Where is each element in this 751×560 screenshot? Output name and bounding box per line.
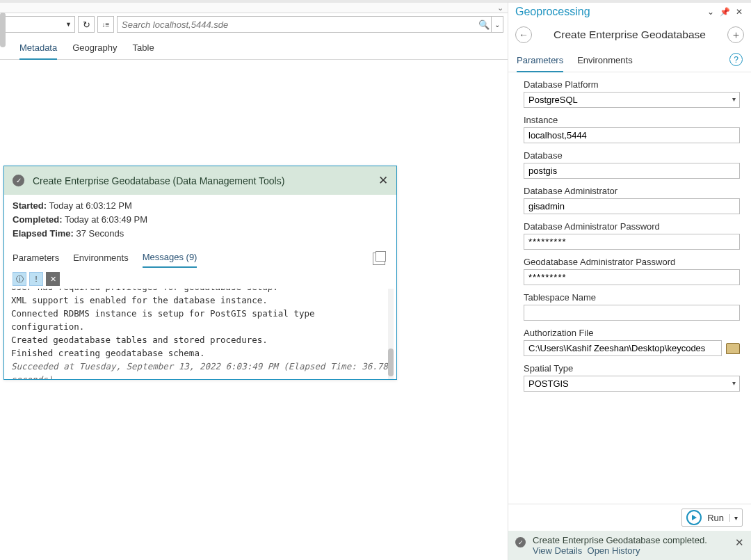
db-admin-pw-label: Database Administrator Password (524, 221, 740, 232)
log-scrollbar-thumb[interactable] (388, 349, 394, 376)
tablespace-input[interactable] (524, 305, 740, 321)
db-admin-pw-input[interactable] (524, 234, 740, 250)
add-favorite-button[interactable]: ＋ (727, 26, 744, 43)
run-bar: Run ▾ (508, 504, 751, 531)
left-gutter-scrollbar[interactable] (0, 13, 6, 47)
back-button[interactable]: ← (515, 26, 532, 43)
run-button[interactable]: Run ▾ (681, 509, 743, 527)
filter-error-icon[interactable]: ✕ (46, 272, 60, 286)
instance-label: Instance (524, 115, 740, 125)
tablespace-label: Tablespace Name (524, 292, 740, 303)
db-admin-input[interactable] (524, 198, 740, 214)
pane-menu-chevron-icon[interactable]: ⌄ (704, 7, 717, 17)
play-icon (686, 510, 702, 525)
gp-status-bar: ✓ Create Enterprise Geodatabase complete… (508, 531, 751, 560)
status-success-icon: ✓ (515, 537, 526, 547)
search-options-chevron[interactable]: ⌄ (491, 17, 503, 32)
success-check-icon: ✓ (13, 175, 24, 186)
search-toolbar: ▼ ↻ ↓≡ 🔍 ⌄ (0, 13, 508, 35)
gdb-pw-label: Geodatabase Administrator Password (524, 257, 740, 267)
completed-value: Today at 6:03:49 PM (63, 214, 148, 225)
started-value: Today at 6:03:12 PM (47, 200, 132, 211)
gp-message-log[interactable]: User has required privileges for geodata… (4, 289, 396, 379)
pane-title: Geoprocessing (515, 6, 704, 18)
log-line: User has required privileges for geodata… (11, 289, 389, 294)
gp-tab-environments[interactable]: Environments (73, 250, 128, 267)
gp-popup-title: Create Enterprise Geodatabase (Data Mana… (33, 175, 378, 186)
run-label: Run (706, 513, 729, 523)
status-close-button[interactable]: ✕ (735, 536, 744, 549)
gdb-pw-input[interactable] (524, 269, 740, 285)
search-input[interactable] (118, 17, 477, 32)
refresh-button[interactable]: ↻ (78, 16, 95, 33)
filter-warning-icon[interactable]: ! (29, 272, 43, 286)
elapsed-value: 37 Seconds (74, 228, 124, 239)
run-dropdown-chevron[interactable]: ▾ (729, 514, 742, 522)
gp-result-popup: ✓ Create Enterprise Geodatabase (Data Ma… (3, 166, 397, 380)
tool-header: ← Create Enterprise Geodatabase ＋ (508, 21, 751, 47)
sort-button[interactable]: ↓≡ (97, 16, 114, 33)
search-wrap: 🔍 ⌄ (117, 16, 503, 33)
content-area: ✓ Create Enterprise Geodatabase (Data Ma… (0, 60, 508, 560)
gp-popup-close-button[interactable]: ✕ (378, 173, 388, 188)
collapse-chevron-icon[interactable]: ⌄ (497, 3, 508, 13)
gp-popup-header: ✓ Create Enterprise Geodatabase (Data Ma… (4, 166, 396, 195)
tool-title: Create Enterprise Geodatabase (532, 29, 727, 41)
view-tabs: Metadata Geography Table (0, 35, 508, 60)
help-icon[interactable]: ? (729, 53, 743, 66)
gp-popup-tabs: Parameters Environments Messages (9) (4, 246, 396, 268)
collapse-bar: ⌄ (0, 3, 508, 13)
tab-table[interactable]: Table (133, 40, 154, 59)
started-label: Started: (13, 200, 47, 211)
gp-tab-parameters[interactable]: Parameters (13, 250, 59, 267)
database-input[interactable] (524, 163, 740, 179)
log-line: Created geodatabase tables and stored pr… (11, 333, 389, 346)
filter-info-icon[interactable]: ⓘ (13, 272, 26, 286)
platform-label: Database Platform (524, 79, 740, 90)
database-label: Database (524, 150, 740, 161)
tool-tabs: Parameters Environments ? (508, 47, 751, 72)
auth-file-input[interactable] (524, 340, 722, 356)
tab-metadata[interactable]: Metadata (19, 40, 57, 60)
log-line: XML support is enabled for the database … (11, 294, 389, 307)
instance-input[interactable] (524, 127, 740, 143)
auth-file-label: Authorization File (524, 328, 740, 338)
log-success-line: Succeeded at Tuesday, September 13, 2022… (11, 360, 389, 379)
spatial-type-label: Spatial Type (524, 363, 740, 374)
tab-geography[interactable]: Geography (72, 40, 117, 59)
pane-titlebar: Geoprocessing ⌄ 📌 ✕ (508, 3, 751, 21)
search-icon[interactable]: 🔍 (477, 19, 491, 30)
gp-meta-block: Started: Today at 6:03:12 PM Completed: … (4, 195, 396, 246)
close-pane-icon[interactable]: ✕ (733, 7, 745, 17)
log-line: Connected RDBMS instance is setup for Po… (11, 307, 389, 333)
message-filter-row: ⓘ ! ✕ (4, 268, 396, 289)
sort-icon: ↓≡ (102, 21, 110, 29)
copy-icon[interactable] (373, 253, 385, 265)
platform-select[interactable] (524, 92, 740, 108)
browse-folder-icon[interactable] (726, 343, 740, 354)
status-message: Create Enterprise Geodatabase completed. (533, 535, 728, 545)
pin-icon[interactable]: 📌 (717, 7, 733, 17)
log-line: Finished creating geodatabase schema. (11, 346, 389, 360)
spatial-type-select[interactable] (524, 376, 740, 392)
dropdown-icon: ▼ (65, 21, 72, 28)
geoprocessing-pane: Geoprocessing ⌄ 📌 ✕ ← Create Enterprise … (508, 0, 751, 560)
view-details-link[interactable]: View Details (533, 545, 582, 556)
tab-parameters[interactable]: Parameters (517, 54, 563, 72)
address-combo[interactable]: ▼ (0, 16, 75, 33)
refresh-icon: ↻ (83, 19, 90, 30)
parameters-form: Database Platform ▾ Instance Database Da… (508, 72, 751, 504)
tab-environments[interactable]: Environments (577, 54, 632, 71)
completed-label: Completed: (13, 214, 63, 225)
open-history-link[interactable]: Open History (588, 545, 640, 556)
elapsed-label: Elapsed Time: (13, 228, 74, 239)
db-admin-label: Database Administrator (524, 186, 740, 196)
gp-tab-messages[interactable]: Messages (9) (143, 249, 197, 268)
